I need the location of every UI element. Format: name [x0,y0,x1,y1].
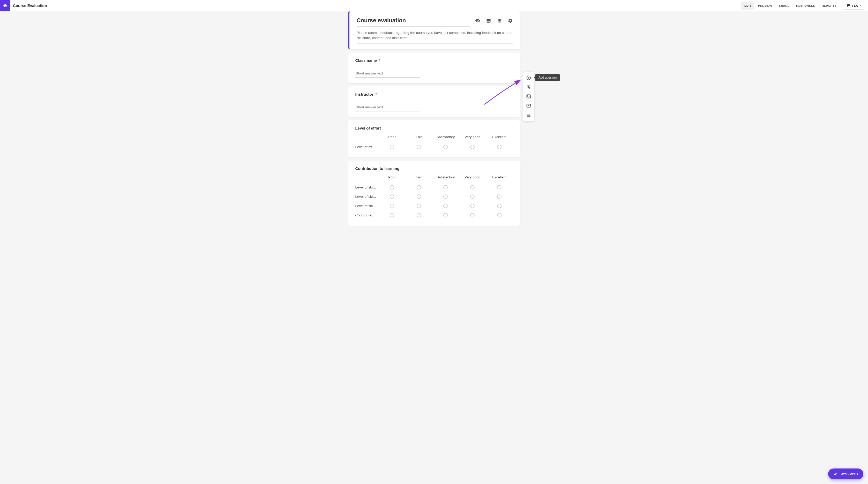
form-title[interactable]: Course evaluation [356,17,470,27]
radio-option[interactable] [497,145,501,149]
grid-row-label: Level of skill… [355,195,379,199]
scale-label: Satisfactory [432,135,459,139]
radio-option[interactable] [390,194,394,199]
question-card-contribution[interactable]: Contribution to learning Poor Fair Satis… [348,161,520,226]
radio-option[interactable] [497,185,501,190]
radio-option[interactable] [443,185,448,190]
tab-reports[interactable]: REPORTS [818,2,840,10]
question-card-class-name[interactable]: Class name * [348,53,520,83]
radio-option[interactable] [470,145,475,149]
radio-option[interactable] [417,213,421,218]
header-right: EDIT PREVIEW SHARE RESPONSES REPORTS FEA [741,2,865,10]
radio-option[interactable] [390,204,394,208]
question-title: Instructor * [355,92,513,96]
svg-rect-8 [527,116,530,117]
radio-option[interactable] [390,185,394,190]
form-header-card[interactable]: Course evaluation Please submit feedback… [348,11,520,50]
grid-row: Level of skill… [355,183,513,192]
radio-option[interactable] [470,204,475,208]
radio-option[interactable] [470,185,475,190]
grid-header-row: Poor Fair Satisfactory Very good Excelle… [355,135,513,139]
radio-option[interactable] [470,194,475,199]
page-title: Course Evaluation [13,3,47,8]
radio-option[interactable] [390,213,394,218]
grid-row-label: Level of skill… [355,204,379,208]
grid-row: Level of effo… [355,142,513,152]
add-question-button[interactable]: Add question [525,74,533,82]
fea-label: FEA [852,4,858,7]
scale-label: Fair [405,175,432,179]
tooltip: Add question [535,74,560,81]
section-icon [526,112,531,118]
scale-label: Satisfactory [432,175,459,179]
radio-option[interactable] [417,194,421,199]
radio-option[interactable] [470,213,475,218]
add-video-button[interactable] [525,102,533,109]
question-card-instructor[interactable]: Instructor * [348,86,520,117]
radio-option[interactable] [417,185,421,190]
form-container: Course evaluation Please submit feedback… [348,11,520,226]
radio-option[interactable] [443,145,448,149]
header-left: Course Evaluation [0,0,47,11]
grid-row-label: Level of skill… [355,185,379,189]
grid-row: Contributio… [355,211,513,220]
scale-label: Poor [379,175,406,179]
home-icon [3,3,7,8]
side-toolbar: Add question [523,72,534,121]
short-answer-input[interactable] [355,69,420,77]
question-title: Class name * [355,58,513,63]
radio-option[interactable] [497,204,501,208]
radio-option[interactable] [497,213,501,218]
grid-header-row: Poor Fair Satisfactory Very good Excelle… [355,175,513,179]
app-header: Course Evaluation EDIT PREVIEW SHARE RES… [0,0,868,11]
scale-label: Excellent [486,175,513,179]
fea-dropdown[interactable]: FEA [844,2,865,9]
radio-option[interactable] [497,194,501,199]
scale-label: Very good [459,175,486,179]
video-icon [526,103,531,108]
grid-row: Level of skill… [355,201,513,211]
title-icon [526,85,531,90]
grid-icon[interactable] [497,18,502,23]
add-section-button[interactable] [525,111,533,119]
grid-scale: Poor Fair Satisfactory Very good Excelle… [355,175,513,220]
visibility-icon[interactable] [475,18,480,23]
svg-point-4 [527,95,528,96]
add-title-button[interactable] [525,83,533,91]
question-title: Contribution to learning [355,166,513,171]
tab-responses[interactable]: RESPONSES [793,2,818,10]
header-card-icons [475,17,513,23]
svg-rect-7 [527,115,530,116]
question-title: Level of effort [355,126,513,130]
required-star: * [376,92,377,96]
home-button[interactable] [0,0,10,11]
scale-label: Very good [459,135,486,139]
question-card-effort[interactable]: Level of effort Poor Fair Satisfactory V… [348,120,520,157]
radio-option[interactable] [417,145,421,149]
chevron-down-icon [860,4,862,7]
radio-option[interactable] [443,194,448,199]
svg-rect-6 [527,114,530,115]
gear-icon[interactable] [508,18,513,23]
scale-label: Fair [405,135,432,139]
radio-option[interactable] [417,204,421,208]
short-answer-input[interactable] [355,103,420,111]
tab-edit[interactable]: EDIT [741,2,754,10]
grid-row-label: Contributio… [355,213,379,217]
grid-row-label: Level of effo… [355,145,379,149]
tab-share[interactable]: SHARE [776,2,793,10]
image-icon[interactable] [486,18,491,23]
add-image-button[interactable] [525,93,533,100]
grid-scale: Poor Fair Satisfactory Very good Excelle… [355,135,513,152]
radio-option[interactable] [443,213,448,218]
scale-label: Poor [379,135,406,139]
form-description[interactable]: Please submit feedback regarding the cou… [356,30,513,44]
image-icon [526,94,531,99]
add-circle-icon [526,75,531,80]
radio-option[interactable] [390,145,394,149]
radio-option[interactable] [443,204,448,208]
tab-preview[interactable]: PREVIEW [755,2,775,10]
required-star: * [379,58,380,63]
store-icon [846,4,851,8]
grid-row: Level of skill… [355,192,513,201]
